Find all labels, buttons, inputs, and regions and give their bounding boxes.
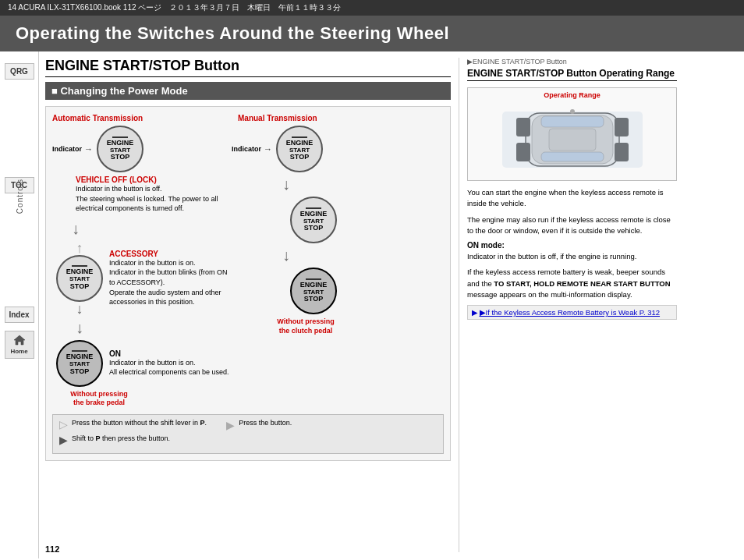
note-text-2: Press the button. <box>239 419 292 427</box>
note-row-1: ▷ Press the button without the shift lev… <box>59 419 437 431</box>
diagram-layout: Indicator → ENGINE START STOP <box>52 126 444 408</box>
right-body-2: The engine may also run if the keyless a… <box>467 214 677 237</box>
sidebar-btn-qrg[interactable]: QRG <box>5 63 34 80</box>
engine-btn-on-auto: ENGINE START STOP <box>56 340 103 387</box>
arrow-down-m1: ↓ <box>263 175 310 193</box>
manual-transmission-section: Indicator → ENGINE START STOP <box>232 126 364 408</box>
on-btn-row: ENGINE START STOP ON <box>52 340 232 387</box>
right-title: ENGINE START/STOP Button Operating Range <box>467 68 677 81</box>
file-info: 14 ACURA ILX-31TX66100.book 112 ページ ２０１３… <box>8 2 341 13</box>
home-label: Home <box>10 348 27 355</box>
acc-title: ACCESSORY <box>109 250 232 258</box>
bottom-notes-area: ▷ Press the button without the shift lev… <box>52 414 444 454</box>
right-breadcrumb: ▶ENGINE START/STOP Button <box>467 58 677 66</box>
car-diagram: Operating Range <box>467 87 677 181</box>
engine-btn-acc-manual: ENGINE START STOP <box>290 197 337 243</box>
lock-desc: VEHICLE OFF (LOCK) Indicator in the butt… <box>76 175 232 214</box>
sidebar-btn-home[interactable]: Home <box>5 331 34 359</box>
auto-trans-header: Automatic Transmission <box>52 113 232 122</box>
crossref-link[interactable]: ▶If the Keyless Access Remote Battery is… <box>480 308 661 317</box>
acc-text: Indicator in the button is on. Indicator… <box>109 258 232 307</box>
on-mode-title: ON mode: <box>467 241 677 250</box>
left-column: ENGINE START/STOP Button ■ Changing the … <box>45 58 451 552</box>
engine-btn-on-manual-wrap: ENGINE START STOP <box>263 268 364 314</box>
indicator-label-manual: Indicator <box>232 145 261 153</box>
content-area: ENGINE START/STOP Button ■ Changing the … <box>39 51 744 558</box>
arrow-right-1: → <box>84 144 93 154</box>
acc-desc: ACCESSORY Indicator in the button is on.… <box>109 250 232 307</box>
right-column: ▶ENGINE START/STOP Button ENGINE START/S… <box>459 58 677 552</box>
btn-icon-manual-3 <box>306 278 321 280</box>
sidebar: QRG Controls TOC Index Home <box>0 51 39 558</box>
note-arrow-3: ▶ <box>59 434 68 446</box>
engine-btn-acc-auto: ENGINE START STOP <box>56 255 103 302</box>
svg-point-10 <box>570 109 575 114</box>
right-body-1: You can start the engine when the keyles… <box>467 187 677 210</box>
btn-icon-line-acc <box>72 265 87 267</box>
car-top-view-svg <box>502 105 643 175</box>
accessory-btn-row: ↑ ENGINE START STOP ↓ <box>52 241 232 316</box>
engine-btn-lock-manual: ENGINE START STOP <box>276 126 323 172</box>
header-bar: 14 ACURA ILX-31TX66100.book 112 ページ ２０１３… <box>0 0 744 16</box>
svg-rect-9 <box>502 112 643 168</box>
btn-icon-manual-2 <box>306 207 321 209</box>
on-text: Indicator in the button is on. All elect… <box>109 358 229 377</box>
auto-transmission-section: Indicator → ENGINE START STOP <box>52 126 232 408</box>
diagram-header-row: Automatic Transmission Manual Transmissi… <box>52 113 444 122</box>
engine-btn-lock-auto: ENGINE START STOP <box>97 126 143 172</box>
crossref-icon: ▶ <box>472 309 477 317</box>
sidebar-controls-label: Controls <box>15 179 23 214</box>
arrow-down-m2: ↓ <box>263 246 310 264</box>
on-desc: ON Indicator in the button is on. All el… <box>109 349 229 377</box>
battery-note: If the keyless access remote battery is … <box>467 267 677 300</box>
arrow-up-acc: ↑ <box>76 241 83 255</box>
crossref-box: ▶ ▶If the Keyless Access Remote Battery … <box>467 305 677 320</box>
note-arrow-1: ▷ <box>59 418 68 431</box>
without-clutch-label: Without pressingthe clutch pedal <box>247 317 364 335</box>
diagram-area: Automatic Transmission Manual Transmissi… <box>45 106 451 461</box>
page-number: 112 <box>45 544 59 554</box>
lock-text: Indicator in the button is off. The stee… <box>76 184 232 214</box>
arrow-down-1: ↓ <box>52 220 99 238</box>
sidebar-btn-index[interactable]: Index <box>5 307 34 323</box>
arrow-down-acc: ↓ <box>76 302 83 316</box>
engine-btn-acc-manual-wrap: ENGINE START STOP <box>263 197 364 243</box>
note-text-1: Press the button without the shift lever… <box>72 419 207 427</box>
btn-icon-manual-1 <box>292 136 307 138</box>
section-title: ENGINE START/STOP Button <box>45 58 451 77</box>
main-content: QRG Controls TOC Index Home ENGINE START… <box>0 51 744 558</box>
btn-icon-line <box>112 136 128 138</box>
bottom-notes: ▷ Press the button without the shift lev… <box>52 414 444 454</box>
indicator-label-auto: Indicator <box>52 145 82 153</box>
on-title: ON <box>109 349 229 358</box>
note-text-3: Shift to P then press the button. <box>72 434 170 442</box>
title-banner: Operating the Switches Around the Steeri… <box>0 16 744 51</box>
manual-trans-header: Manual Transmission <box>238 113 370 122</box>
car-diagram-label: Operating Range <box>544 91 601 99</box>
engine-btn-on-manual: ENGINE START STOP <box>290 268 337 314</box>
arrow-down-2: ↓ <box>56 319 103 337</box>
note-arrow-2: ▶ <box>226 419 235 431</box>
on-mode-desc: Indicator in the button is off, if the e… <box>467 251 677 262</box>
without-brake-label: Without pressingthe brake pedal <box>52 390 146 408</box>
arrow-right-manual: → <box>264 144 272 154</box>
lock-title: VEHICLE OFF (LOCK) <box>76 175 232 184</box>
btn-icon-line-on <box>72 350 87 352</box>
subsection-title: ■ Changing the Power Mode <box>45 82 451 100</box>
home-icon <box>13 335 26 346</box>
car-svg-container <box>468 88 676 180</box>
note-row-2: ▶ Shift to P then press the button. <box>59 434 437 446</box>
